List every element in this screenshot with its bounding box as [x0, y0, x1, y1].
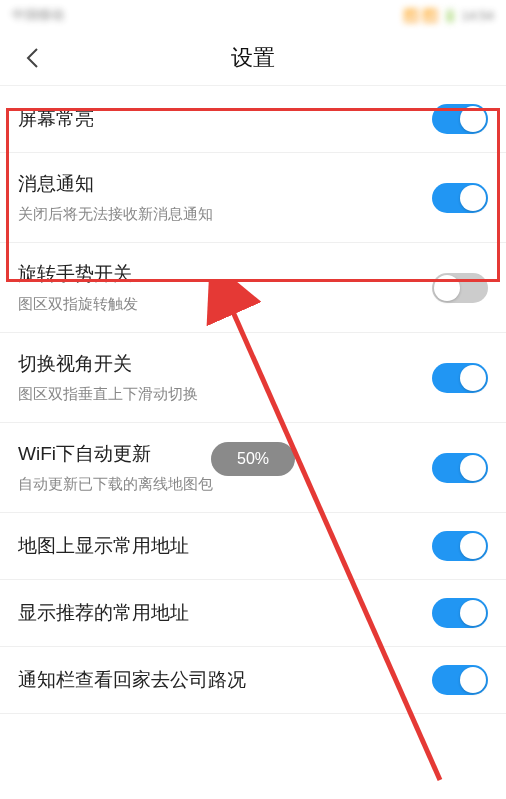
toggle-knob — [460, 455, 486, 481]
setting-subtitle: 自动更新已下载的离线地图包 — [18, 475, 213, 494]
setting-subtitle: 关闭后将无法接收新消息通知 — [18, 205, 213, 224]
setting-title: 旋转手势开关 — [18, 261, 138, 287]
header-bar: 设置 — [0, 30, 506, 86]
status-indicators: 📶 📶 🔋 14:54 — [403, 8, 494, 23]
carrier-text: 中国移动 — [12, 6, 64, 24]
toggle-knob — [460, 106, 486, 132]
setting-subtitle: 图区双指垂直上下滑动切换 — [18, 385, 198, 404]
toggle-screen-always-on[interactable] — [432, 104, 488, 134]
setting-screen-always-on[interactable]: 屏幕常亮 — [0, 86, 506, 153]
setting-title: 通知栏查看回家去公司路况 — [18, 667, 246, 693]
toast-overlay: 50% — [211, 442, 295, 476]
toggle-wifi-auto-update[interactable] — [432, 453, 488, 483]
toggle-show-recommended-address[interactable] — [432, 598, 488, 628]
setting-title: 切换视角开关 — [18, 351, 198, 377]
setting-notification-traffic[interactable]: 通知栏查看回家去公司路况 — [0, 647, 506, 714]
setting-title: 显示推荐的常用地址 — [18, 600, 189, 626]
toggle-knob — [460, 185, 486, 211]
toggle-knob — [460, 533, 486, 559]
toggle-rotate-gesture[interactable] — [432, 273, 488, 303]
setting-show-recommended-address[interactable]: 显示推荐的常用地址 — [0, 580, 506, 647]
setting-show-common-address[interactable]: 地图上显示常用地址 — [0, 513, 506, 580]
toast-text: 50% — [237, 450, 269, 467]
page-title: 设置 — [231, 43, 275, 73]
setting-title: 地图上显示常用地址 — [18, 533, 189, 559]
toggle-switch-perspective[interactable] — [432, 363, 488, 393]
status-bar: 中国移动 📶 📶 🔋 14:54 — [0, 0, 506, 30]
chevron-left-icon — [25, 47, 39, 69]
toggle-knob — [460, 600, 486, 626]
toggle-message-notification[interactable] — [432, 183, 488, 213]
toggle-knob — [460, 365, 486, 391]
setting-title: 屏幕常亮 — [18, 106, 94, 132]
toggle-knob — [434, 275, 460, 301]
setting-title: WiFi下自动更新 — [18, 441, 213, 467]
toggle-knob — [460, 667, 486, 693]
settings-list: 屏幕常亮 消息通知 关闭后将无法接收新消息通知 旋转手势开关 图区双指旋转触发 … — [0, 86, 506, 714]
toggle-show-common-address[interactable] — [432, 531, 488, 561]
setting-switch-perspective[interactable]: 切换视角开关 图区双指垂直上下滑动切换 — [0, 333, 506, 423]
setting-message-notification[interactable]: 消息通知 关闭后将无法接收新消息通知 — [0, 153, 506, 243]
back-button[interactable] — [12, 38, 52, 78]
setting-rotate-gesture[interactable]: 旋转手势开关 图区双指旋转触发 — [0, 243, 506, 333]
setting-subtitle: 图区双指旋转触发 — [18, 295, 138, 314]
toggle-notification-traffic[interactable] — [432, 665, 488, 695]
setting-title: 消息通知 — [18, 171, 213, 197]
